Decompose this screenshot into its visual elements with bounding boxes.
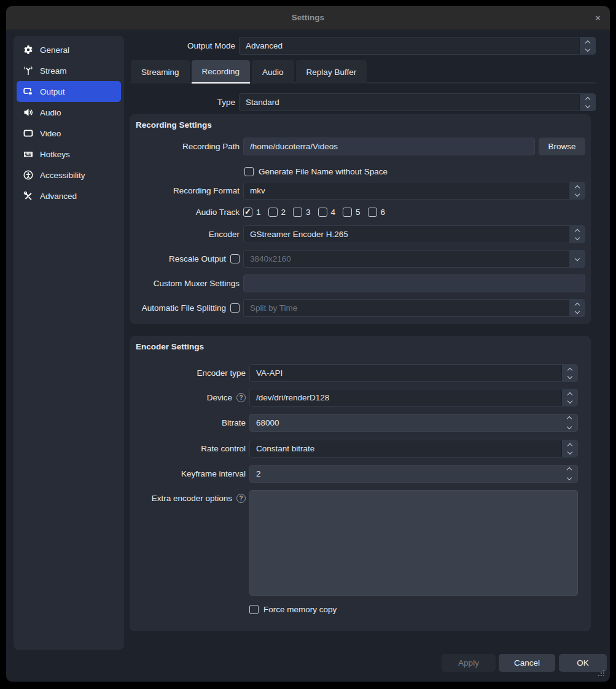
bitrate-spinner[interactable]: 68000 [249, 414, 578, 432]
audio-track-3-checkbox[interactable] [293, 208, 302, 217]
generate-no-space-checkbox[interactable] [244, 167, 254, 176]
tools-icon [23, 191, 33, 201]
audio-track-1[interactable]: ✓1 [243, 208, 261, 217]
sidebar-item-label: Output [40, 87, 65, 96]
keyframe-interval-spinner[interactable]: 2 [249, 465, 578, 483]
sidebar-item-label: Advanced [40, 192, 77, 201]
output-settings-content: Output Mode Advanced Streaming Recording… [130, 36, 596, 682]
chevron-down-icon[interactable] [567, 475, 572, 480]
browse-button[interactable]: Browse [539, 138, 585, 155]
audio-track-6[interactable]: 6 [368, 208, 386, 217]
recording-format-row: Recording Format mkv [130, 182, 591, 200]
encoder-select[interactable]: GStreamer Encoder H.265 [243, 225, 585, 243]
audio-track-4-checkbox[interactable] [318, 208, 327, 217]
generate-no-space-label: Generate File Name without Space [259, 167, 388, 176]
help-icon[interactable]: ? [236, 494, 246, 503]
sidebar-item-label: Audio [40, 108, 61, 117]
sidebar-item-advanced[interactable]: Advanced [17, 185, 121, 206]
titlebar[interactable]: Settings ✕ [6, 6, 610, 29]
audio-track-6-checkbox[interactable] [368, 208, 377, 217]
encoder-type-label: Encoder type [130, 368, 246, 378]
chevron-up-icon[interactable] [567, 416, 572, 421]
output-mode-select[interactable]: Advanced [239, 37, 596, 55]
sidebar-item-label: Accessibility [40, 171, 85, 180]
encoder-type-select[interactable]: VA-API [249, 364, 578, 382]
split-mode-select[interactable]: Split by Time [243, 299, 585, 317]
sidebar-item-accessibility[interactable]: Accessibility [17, 165, 121, 185]
keyframe-interval-value: 2 [250, 469, 261, 478]
audio-track-1-checkbox[interactable]: ✓ [243, 208, 252, 217]
audio-track-checkboxes: ✓1 2 3 4 5 6 [243, 208, 385, 217]
device-row: Device? /dev/dri/renderD128 [130, 389, 591, 407]
sidebar-item-hotkeys[interactable]: Hotkeys [17, 144, 121, 165]
recording-path-row: Recording Path Browse [130, 138, 591, 155]
type-value: Standard [240, 98, 279, 107]
audio-track-label: Audio Track [130, 208, 240, 217]
auto-file-splitting-checkbox[interactable] [230, 303, 240, 313]
chevron-down-icon [585, 46, 590, 51]
sidebar-item-label: Hotkeys [40, 150, 70, 159]
audio-track-5-checkbox[interactable] [343, 208, 352, 217]
audio-track-4[interactable]: 4 [318, 208, 336, 217]
rescale-resolution-select[interactable]: 3840x2160 [243, 250, 585, 268]
close-button[interactable]: ✕ [595, 6, 601, 29]
extra-options-textarea[interactable] [249, 490, 578, 596]
device-select[interactable]: /dev/dri/renderD128 [249, 389, 578, 407]
chevron-down-icon [585, 103, 590, 107]
audio-track-2[interactable]: 2 [268, 208, 286, 217]
type-label: Type [130, 98, 235, 107]
tab-recording[interactable]: Recording [192, 60, 251, 84]
rate-control-select[interactable]: Constant bitrate [249, 440, 578, 457]
recording-format-select[interactable]: mkv [243, 182, 585, 200]
force-memory-copy-checkbox[interactable] [249, 605, 259, 614]
cancel-button[interactable]: Cancel [499, 654, 555, 672]
bitrate-value: 68000 [250, 418, 279, 427]
recording-format-label: Recording Format [130, 186, 240, 195]
force-memory-copy-label: Force memory copy [263, 605, 337, 614]
sidebar-item-general[interactable]: General [17, 39, 121, 60]
sidebar-item-audio[interactable]: Audio [17, 102, 121, 123]
output-tabs: Streaming Recording Audio Replay Buffer [131, 60, 367, 84]
chevron-up-icon [585, 40, 590, 45]
custom-muxer-label: Custom Muxer Settings [130, 279, 240, 288]
chevron-down-icon [567, 398, 572, 403]
rescale-output-checkbox[interactable] [230, 254, 240, 263]
combo-arrows [561, 365, 577, 381]
device-value: /dev/dri/renderD128 [250, 393, 329, 402]
sidebar-item-label: Stream [40, 66, 67, 76]
sidebar-item-stream[interactable]: Stream [17, 60, 121, 81]
tab-replay-buffer[interactable]: Replay Buffer [296, 60, 367, 84]
chevron-down-icon [574, 308, 579, 313]
tab-audio[interactable]: Audio [252, 60, 294, 84]
rescale-output-label: Rescale Output [169, 254, 226, 263]
chevron-up-icon [585, 96, 590, 101]
chevron-up-icon[interactable] [567, 467, 572, 472]
sidebar-item-output[interactable]: Output [17, 81, 121, 102]
rate-control-label: Rate control [130, 444, 246, 453]
encoder-row: Encoder GStreamer Encoder H.265 [130, 225, 591, 243]
sidebar-item-video[interactable]: Video [17, 123, 121, 144]
chevron-down-icon[interactable] [567, 424, 572, 429]
help-icon[interactable]: ? [236, 393, 246, 402]
audio-track-5[interactable]: 5 [343, 208, 361, 217]
combo-arrows [569, 226, 585, 243]
audio-track-2-checkbox[interactable] [268, 208, 278, 217]
resize-grip[interactable] [597, 669, 605, 677]
custom-muxer-input[interactable] [243, 274, 585, 292]
auto-file-splitting-label: Automatic File Splitting [142, 303, 226, 313]
settings-sidebar: General Stream Output Audio Video Hotkey… [14, 36, 124, 650]
combo-arrows [561, 389, 577, 406]
bitrate-label: Bitrate [130, 418, 246, 427]
window-title: Settings [6, 6, 610, 29]
tab-streaming[interactable]: Streaming [131, 60, 190, 84]
chevron-down-icon [567, 373, 572, 378]
keyframe-interval-row: Keyframe interval 2 [130, 465, 591, 483]
apply-button[interactable]: Apply [442, 654, 496, 672]
chevron-up-icon [567, 367, 572, 372]
type-select[interactable]: Standard [239, 93, 596, 111]
audio-track-3[interactable]: 3 [293, 208, 311, 217]
encoder-label: Encoder [130, 230, 240, 239]
rate-control-value: Constant bitrate [250, 444, 314, 453]
encoder-value: GStreamer Encoder H.265 [244, 230, 348, 239]
recording-path-input[interactable] [243, 138, 535, 155]
